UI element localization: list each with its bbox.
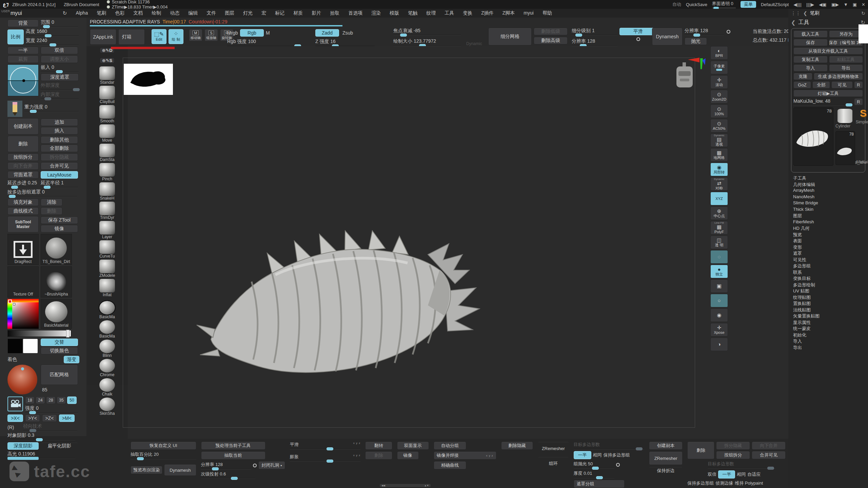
dynamesh-button[interactable]: Dynamesh [652,28,683,45]
material-item[interactable]: Chalk [99,378,115,396]
subpalette-header[interactable]: 图层 [793,213,868,219]
merge-visible-button[interactable]: 合并可见 [752,451,786,459]
preview-boolean-button[interactable]: 预览布尔渲染 [131,466,162,474]
value-gradient-bar[interactable] [7,330,71,337]
mask-by-polygroup-slider[interactable]: 按多边形组遮罩 0 [7,189,77,197]
doc-next-icon[interactable]: ▣▶ [831,2,839,7]
rgb-button[interactable]: Rgb [240,29,264,37]
menu-item[interactable]: 标记 [275,10,284,16]
flat-shadow-button[interactable]: 扁平化阴影 [41,442,78,450]
draw-button[interactable]: ⁘绘 制 [169,29,183,44]
shelf-toggle-button[interactable]: ◫ 透 明 [710,236,728,249]
outer-depth-slider[interactable]: 外部深度 [41,82,79,90]
active-tool-thumbnail[interactable]: 78 MaKuiJia_low [793,107,833,166]
menu-item[interactable]: 宏 [261,10,266,16]
divide-button[interactable]: 细分网格 [488,28,532,45]
scale-axis-button[interactable]: S缩放轴 [204,29,218,41]
close-holes-button[interactable]: 封闭孔洞 ● [258,461,285,469]
mirror-button[interactable]: 镜像 [41,225,78,232]
brush-item[interactable]: ClayBuil [99,86,115,104]
subpalette-header[interactable]: UV 贴图 [793,288,868,294]
menu-item[interactable]: 图层 [225,10,234,16]
restore-button[interactable]: ▣ [853,2,857,7]
clear-button[interactable]: 清除 [41,199,62,206]
scroll-handle-icon[interactable]: ▲▼ [424,484,429,487]
make-polymesh-button[interactable]: 生成 多边形网格物体 [814,73,863,80]
delete-button[interactable]: 删除 [7,136,39,152]
subpalette-header[interactable]: 法线贴图 [793,307,868,313]
shelf-toggle-button[interactable]: ⊙ AC50% [710,119,728,133]
backface-mask-button[interactable]: 背面遮罩 [7,171,39,179]
merge-visible-button[interactable]: 合并可见 [41,162,78,170]
paste-tool-button[interactable]: 粘贴工具 [829,56,863,63]
decimate-percent-slider[interactable]: 抽取百分比 20 [131,451,196,459]
double-sided-button[interactable]: 双面显示 [397,442,429,450]
menu-item[interactable]: 动态 [170,10,179,16]
exact-curve-button[interactable]: 精确曲线 [434,461,466,469]
resolution-knob-icon[interactable] [253,464,257,467]
zremesher-button[interactable]: ZRemesher [649,451,683,465]
target-poly-slider[interactable]: 目标多边形数 [574,442,644,449]
menu-item[interactable]: 灯光 [243,10,253,16]
menu-item[interactable]: 笔刷 [97,10,106,16]
mirror-button[interactable]: 镜像 [397,451,419,460]
inner-depth-slider[interactable]: 内部深度 [41,92,79,99]
half-button-2[interactable]: 一半 [718,470,735,479]
active-tool-slider[interactable]: MaKuiJia_low. 48 [793,98,853,105]
shelf-toggle-button[interactable]: Dynamic ▤ 透视 [710,134,728,147]
rgb-intensity-slider[interactable]: Rgb 强度 100 [227,39,302,46]
shelf-toggle-button[interactable]: XYZ [710,192,728,205]
secondary-color-swatch[interactable] [23,339,38,353]
camera-gizmo[interactable] [667,58,708,98]
subpalette-header[interactable]: 联系 [793,269,868,276]
shelf-toggle-button[interactable]: ⊙ Zoom2D [710,90,728,103]
menu-item[interactable]: 文件 [206,10,216,16]
light-dot[interactable] [21,367,24,370]
collapse-left-icon[interactable]: ❮ [803,11,807,16]
material-item[interactable]: BasicMa [99,320,115,339]
lightbox-button[interactable]: 灯箱 [118,29,145,45]
lazymouse-button[interactable]: LazyMouse [41,171,78,179]
shelf-toggle-button[interactable]: ⊙ 100% [710,104,728,118]
background-button[interactable]: 背景 [7,20,39,27]
shelf-toggle-button[interactable]: ◌ [710,250,728,264]
shelf-toggle-button[interactable]: 子像素 [710,61,728,74]
mrgb-button[interactable]: Mrgb [227,30,238,36]
subpalette-header[interactable]: 预览 [793,232,868,238]
sym-z-button[interactable]: >Z< [42,414,57,422]
shelf-toggle-button[interactable]: ✛ Xpose [710,323,728,337]
menu-item[interactable]: 绘制 [152,10,161,16]
width-slider[interactable]: 宽度 2240 [26,38,79,45]
shelf-toggle-button[interactable]: ○ [710,294,728,307]
move-axis-button[interactable]: M移动轴 [189,29,202,41]
delete-hidden-button[interactable]: 删除隐藏 [501,442,533,450]
preset-button[interactable]: 18 [25,396,35,404]
preset-button[interactable]: 50 [67,396,77,404]
pretreat-subtool-button[interactable]: 预处理当前子工具 [201,442,265,450]
delete-button[interactable]: 删除 [365,451,392,460]
sculptris-s-icon[interactable]: ⊕✎S [100,58,115,63]
stroke-thumbnail[interactable]: DragRect [7,234,39,265]
menu-item[interactable]: 文档 [133,10,143,16]
embed-depth-widget[interactable] [7,64,39,96]
brush-item[interactable]: Pinch [99,163,115,181]
tool-panel-header[interactable]: ❮ 工具 ↻ [788,18,868,27]
zadd-button[interactable]: Zadd [315,29,339,37]
load-tool-button[interactable]: 载入工具 [793,30,828,38]
gradient-button[interactable]: 渐变 [64,356,79,363]
adaptive-button[interactable]: 自适应 [747,471,761,477]
half-button[interactable]: 一半 [574,451,591,459]
menu-item[interactable]: Alpha [76,10,88,16]
menu-item[interactable]: Z脚本 [502,10,515,16]
goz-all-button[interactable]: 全部 [812,81,830,88]
project-slider[interactable]: 次级投射 0.6 [201,471,255,479]
canvas-viewport[interactable] [128,46,788,439]
subpalette-header[interactable]: 变换目标 [793,276,868,282]
sym-m-button[interactable]: >M< [59,414,75,422]
save-ztool-button[interactable]: 保存 ZTool [41,217,78,224]
subpalette-header[interactable]: FiberMesh [793,219,868,226]
previous-tool-thumbnail[interactable]: 78 MaKuiJi [835,131,855,165]
decimate-current-button[interactable]: 抽取当前 [201,451,265,460]
subpalette-header[interactable]: ArrayMesh [793,188,868,194]
subpalette-header[interactable]: 可见性 [793,257,868,263]
